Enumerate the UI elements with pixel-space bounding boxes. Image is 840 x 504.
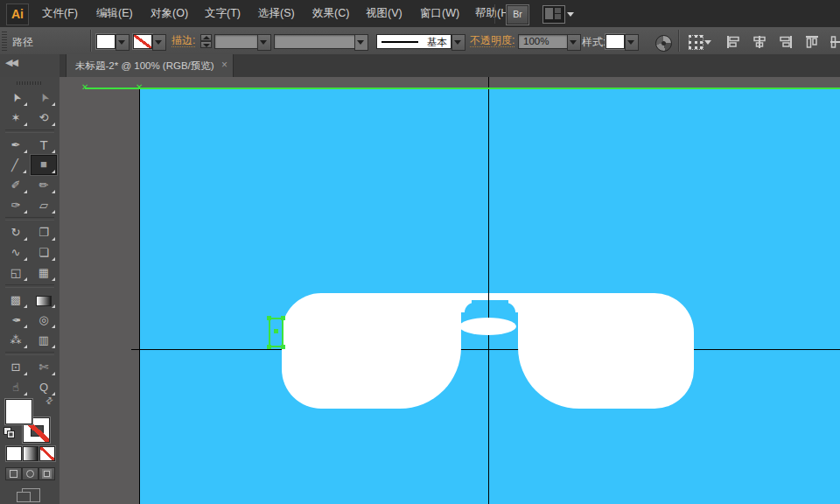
- draw-inside-button[interactable]: [38, 467, 55, 480]
- perspective-grid-tool[interactable]: ▦: [32, 263, 56, 282]
- swap-fill-stroke-icon[interactable]: ⇄: [43, 395, 54, 407]
- rectangle-tool[interactable]: ■: [31, 155, 57, 175]
- align-left-icon[interactable]: [726, 35, 740, 49]
- magic-wand-tool[interactable]: ✶: [4, 108, 28, 127]
- style-swatch[interactable]: [606, 34, 625, 49]
- draw-normal-button[interactable]: [5, 467, 22, 480]
- fill-color-dropdown[interactable]: [116, 34, 130, 51]
- blend-tool[interactable]: ◎: [32, 311, 56, 329]
- document-tab-strip: 未标题-2* @ 100% (RGB/预览) ×: [60, 54, 840, 78]
- fill-indicator[interactable]: [5, 399, 32, 424]
- document-tab[interactable]: 未标题-2* @ 100% (RGB/预览) ×: [66, 54, 234, 77]
- eyedropper-tool[interactable]: ✒: [4, 311, 28, 329]
- lasso-tool[interactable]: ⟲: [32, 108, 56, 127]
- slice-tool[interactable]: ✄: [32, 358, 56, 376]
- free-transform-tool[interactable]: ❏: [32, 243, 56, 262]
- width-tool[interactable]: ∿: [4, 243, 28, 262]
- pencil-tool[interactable]: ✏: [32, 176, 56, 194]
- align-top-icon[interactable]: [805, 35, 819, 49]
- ai-logo-icon: Ai: [6, 4, 29, 25]
- align-right-icon[interactable]: [779, 35, 793, 49]
- opacity-value: 100%: [523, 36, 549, 46]
- width-profile-dropdown[interactable]: [274, 34, 356, 49]
- stroke-weight-stepper[interactable]: [200, 34, 212, 49]
- width-profile-dropdown-arrow[interactable]: [354, 34, 368, 51]
- transform-reference-icon[interactable]: [689, 35, 704, 50]
- shape-builder-tool[interactable]: ◱: [4, 263, 28, 282]
- menu-effect[interactable]: 效果(C): [304, 0, 358, 27]
- stepper-up-icon[interactable]: [200, 34, 212, 41]
- stepper-down-icon[interactable]: [200, 41, 212, 48]
- control-bar-grip[interactable]: [2, 31, 7, 51]
- direct-selection-tool[interactable]: ➤: [32, 88, 56, 107]
- scale-tool[interactable]: ❐: [32, 223, 56, 242]
- hand-tool[interactable]: ☝: [4, 378, 28, 396]
- selection-handle[interactable]: [267, 345, 271, 349]
- artboard-tool[interactable]: ⊡: [4, 358, 28, 376]
- menu-select[interactable]: 选择(S): [249, 0, 304, 27]
- zoom-tool[interactable]: Q: [32, 378, 56, 396]
- anchor-point-marker[interactable]: ✕: [136, 82, 143, 93]
- menu-file[interactable]: 文件(F): [33, 0, 87, 27]
- glasses-bridge-bar[interactable]: [461, 293, 518, 300]
- anchor-point-marker[interactable]: ✕: [81, 82, 88, 93]
- color-button[interactable]: [6, 446, 22, 461]
- default-fill-stroke-icon[interactable]: [4, 427, 14, 438]
- align-vertical-center-icon[interactable]: [830, 35, 840, 49]
- recolor-artwork-icon[interactable]: [655, 35, 672, 52]
- gradient-button[interactable]: [23, 446, 38, 461]
- opacity-dropdown[interactable]: [567, 34, 581, 51]
- pen-tool[interactable]: ✒: [4, 136, 28, 154]
- draw-behind-button[interactable]: [22, 467, 38, 480]
- line-segment-tool[interactable]: ╱: [3, 156, 27, 174]
- selection-center-point[interactable]: [274, 329, 278, 333]
- align-center-icon[interactable]: [752, 35, 766, 49]
- stroke-weight-field[interactable]: [214, 34, 258, 49]
- brush-definition-box[interactable]: 基本: [376, 34, 452, 49]
- brush-definition-dropdown[interactable]: [452, 34, 466, 51]
- screen-mode-button[interactable]: [22, 488, 40, 502]
- type-tool[interactable]: T: [32, 136, 56, 154]
- stroke-weight-dropdown[interactable]: [257, 34, 271, 51]
- document-tab-title: 未标题-2* @ 100% (RGB/预览): [75, 60, 214, 73]
- toolbar-grip[interactable]: [17, 81, 43, 85]
- style-label: 样式:: [582, 35, 606, 50]
- symbol-sprayer-tool[interactable]: ⁂: [4, 331, 28, 349]
- menu-object[interactable]: 对象(O): [142, 0, 197, 27]
- menu-view[interactable]: 视图(V): [357, 0, 411, 27]
- selection-handle[interactable]: [281, 316, 285, 320]
- column-graph-tool[interactable]: ▥: [32, 331, 56, 349]
- stroke-color-dropdown[interactable]: [152, 34, 166, 51]
- gradient-tool[interactable]: [32, 290, 56, 309]
- chevron-down-icon: [567, 12, 574, 17]
- selection-tool[interactable]: ➤: [4, 88, 28, 107]
- tools-panel: ➤ ➤ ✶ ⟲ ✒ T ╱ ■ ✐ ✏ ✑ ▱: [0, 77, 60, 504]
- stroke-panel-link[interactable]: 描边:: [172, 35, 195, 47]
- menu-edit[interactable]: 编辑(E): [88, 0, 142, 27]
- opacity-panel-link[interactable]: 不透明度:: [470, 35, 514, 47]
- paintbrush-tool[interactable]: ✐: [4, 176, 28, 194]
- drawing-mode-buttons: [0, 467, 60, 481]
- menu-type[interactable]: 文字(T): [196, 0, 249, 27]
- fill-color-swatch[interactable]: [96, 34, 116, 49]
- glasses-left-lens[interactable]: [282, 293, 461, 409]
- workspace-switcher-button[interactable]: [542, 5, 574, 23]
- collapse-toolbar-icon[interactable]: ◀◀: [5, 57, 17, 68]
- bridge-button[interactable]: Br: [507, 5, 528, 24]
- blob-brush-tool[interactable]: ✑: [4, 196, 28, 214]
- eraser-tool[interactable]: ▱: [32, 196, 56, 214]
- glasses-bridge-ellipse[interactable]: [459, 318, 516, 335]
- close-icon[interactable]: ×: [221, 59, 228, 71]
- menu-window[interactable]: 窗口(W): [411, 0, 468, 27]
- mesh-tool[interactable]: ▩: [4, 290, 28, 309]
- style-dropdown[interactable]: [625, 34, 639, 51]
- rotate-tool[interactable]: ↻: [4, 223, 28, 242]
- selection-handle[interactable]: [267, 316, 271, 320]
- canvas-pasteboard[interactable]: ✕ ✕: [60, 77, 840, 504]
- none-button[interactable]: [39, 446, 55, 461]
- glasses-right-lens[interactable]: [518, 293, 694, 409]
- stroke-color-swatch[interactable]: [133, 34, 152, 49]
- opacity-field[interactable]: 100%: [518, 34, 568, 49]
- selection-handle[interactable]: [281, 345, 285, 349]
- chevron-down-icon: [704, 40, 711, 45]
